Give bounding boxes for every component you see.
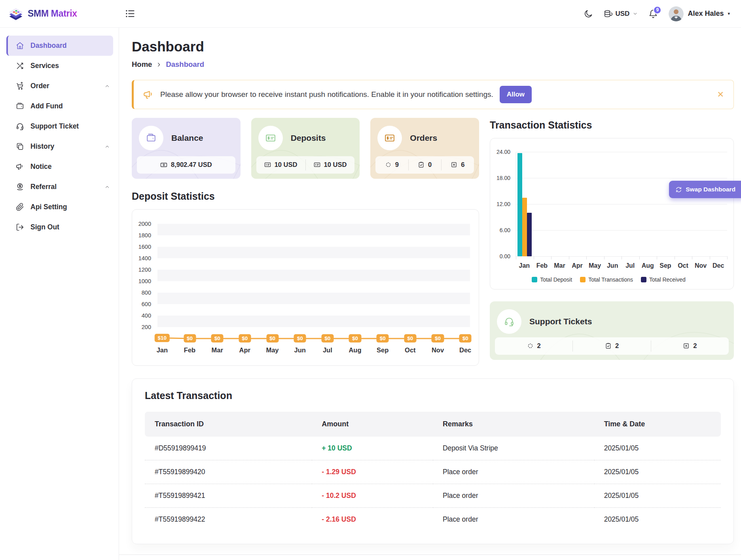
chevron-up-icon (104, 144, 110, 149)
sidebar-item-history[interactable]: History (0, 136, 119, 157)
sidebar-item-referral[interactable]: Referral (0, 177, 119, 197)
banknote-icon (160, 161, 167, 168)
data-point-label: $0 (349, 334, 361, 342)
x-axis-label: Nov (432, 346, 444, 354)
legend-label: Total Deposit (540, 276, 572, 283)
clipboard-check-icon (605, 342, 612, 349)
headset-icon (16, 122, 24, 131)
legend-label: Total Transactions (588, 276, 633, 283)
right-column: Transaction Statistics 24.0018.0012.006.… (490, 118, 734, 360)
bar-total-transactions (522, 198, 527, 257)
sidebar: Dashboard Services Order (0, 28, 119, 560)
data-point-label: $0 (377, 334, 389, 342)
x-axis-label: May (266, 346, 279, 354)
balance-value: 8,902.47 USD (171, 161, 212, 168)
page-title: Dashboard (132, 39, 734, 55)
transactions-table: Transaction ID Amount Remarks Time & Dat… (145, 412, 721, 531)
megaphone-icon (16, 163, 24, 171)
x-axis-tick (569, 256, 569, 259)
sidebar-item-notice[interactable]: Notice (0, 157, 119, 177)
x-axis-tick (551, 256, 551, 259)
sidebar-item-label: Notice (30, 163, 51, 171)
menu-toggle-button[interactable] (125, 8, 135, 19)
card-title: Balance (171, 133, 203, 143)
y-axis-label: 2000 (138, 221, 151, 227)
money-check-icon (258, 126, 283, 150)
app-header: SMM Matrix (0, 0, 741, 28)
theme-toggle-button[interactable] (584, 9, 593, 19)
y-axis-label: 0.00 (500, 253, 510, 259)
x-axis-tick (622, 256, 622, 259)
orders-value-strip: 9 0 (375, 156, 474, 174)
sidebar-item-support-ticket[interactable]: Support Ticket (0, 116, 119, 136)
x-axis-tick (534, 256, 534, 259)
sidebar-item-label: Add Fund (30, 102, 63, 110)
notification-count-badge: 9 (653, 6, 661, 14)
x-axis-label: May (586, 262, 604, 269)
footer: © Copyright SMM Matrix. All Rights Reser… (119, 554, 741, 560)
orders-cancelled: 6 (461, 161, 464, 168)
sidebar-item-label: Dashboard (30, 42, 66, 50)
table-row: #T55919899420 - 1.29 USD Place order 202… (145, 460, 721, 484)
support-tickets-strip: 2 2 (495, 337, 729, 355)
bar-total-deposit (517, 153, 522, 256)
remarks-cell: Place order (433, 460, 594, 484)
support-closed: 2 (693, 342, 697, 350)
wallet-icon (139, 126, 163, 150)
brand-logo[interactable]: SMM Matrix (8, 6, 77, 21)
deposits-value-strip: 10 USD 10 USD (256, 156, 355, 174)
user-menu[interactable]: Alex Hales ▾ (669, 6, 730, 21)
megaphone-icon (143, 89, 154, 100)
sidebar-item-api-setting[interactable]: Api Setting (0, 197, 119, 217)
x-axis-label: Jun (604, 262, 622, 269)
transaction-chart-legend: Total DepositTotal TransactionsTotal Rec… (490, 276, 727, 283)
sidebar-item-services[interactable]: Services (0, 56, 119, 76)
chevron-up-icon (104, 184, 110, 190)
table-header-row: Transaction ID Amount Remarks Time & Dat… (145, 412, 721, 437)
close-icon[interactable]: ✕ (717, 90, 724, 99)
x-axis-label: Jun (294, 346, 305, 354)
balance-card: Balance 8,902.47 USD (132, 118, 241, 179)
list-menu-icon (125, 8, 135, 19)
gridline: 24.00 (516, 152, 727, 152)
x-axis-label: Mar (212, 346, 223, 354)
x-axis-tick (675, 256, 675, 259)
clipboard-check-icon (418, 161, 425, 168)
sidebar-item-label: Api Setting (30, 203, 67, 211)
x-axis-tick (639, 256, 640, 259)
support-pending: 2 (537, 342, 541, 350)
data-point-label: $0 (404, 334, 416, 342)
breadcrumb-home-link[interactable]: Home (132, 60, 152, 69)
column-header: Transaction ID (145, 412, 312, 437)
currency-selector[interactable]: USD (604, 9, 638, 18)
copy-pages-icon (16, 142, 24, 151)
legend-label: Total Received (649, 276, 686, 283)
money-check-icon (377, 126, 402, 150)
money-check-icon (314, 161, 320, 168)
card-title: Deposits (291, 133, 326, 143)
transaction-statistics-chart: 24.0018.0012.006.000.00 JanFebMarAprMayJ… (490, 138, 734, 289)
deposit-statistics-chart: 200018001600140012001000800600400200$10$… (132, 209, 479, 366)
notifications-button[interactable]: 9 (648, 9, 658, 19)
x-square-icon (683, 342, 690, 349)
sidebar-item-order[interactable]: Order (0, 76, 119, 96)
latest-transaction-title: Latest Transaction (145, 390, 721, 401)
legend-item: Total Received (641, 276, 686, 283)
x-axis-label: Dec (459, 346, 471, 354)
sidebar-item-add-fund[interactable]: Add Fund (0, 96, 119, 116)
x-axis-tick (710, 256, 710, 259)
support-answered: 2 (615, 342, 619, 350)
x-axis-label: Nov (692, 262, 710, 269)
gridline: 12.00 (516, 204, 727, 204)
legend-item: Total Deposit (532, 276, 572, 283)
swap-dashboard-button[interactable]: Swap Dashboard (669, 181, 741, 198)
y-axis-label: 1200 (138, 267, 151, 273)
y-axis-label: 1800 (138, 232, 151, 238)
sidebar-item-dashboard[interactable]: Dashboard (6, 36, 113, 56)
allow-button[interactable]: Allow (500, 86, 532, 103)
deposits-value-2: 10 USD (324, 161, 347, 168)
swap-dashboard-label: Swap Dashboard (686, 186, 735, 193)
remarks-cell: Place order (433, 508, 594, 532)
sidebar-item-sign-out[interactable]: Sign Out (0, 217, 119, 237)
deposit-chart-plot: 200018001600140012001000800600400200$10$… (157, 224, 470, 339)
